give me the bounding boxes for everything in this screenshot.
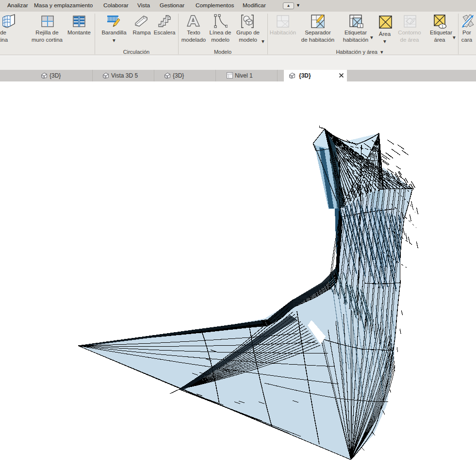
svg-text:1: 1 xyxy=(360,24,361,28)
svg-text:1: 1 xyxy=(442,25,443,28)
